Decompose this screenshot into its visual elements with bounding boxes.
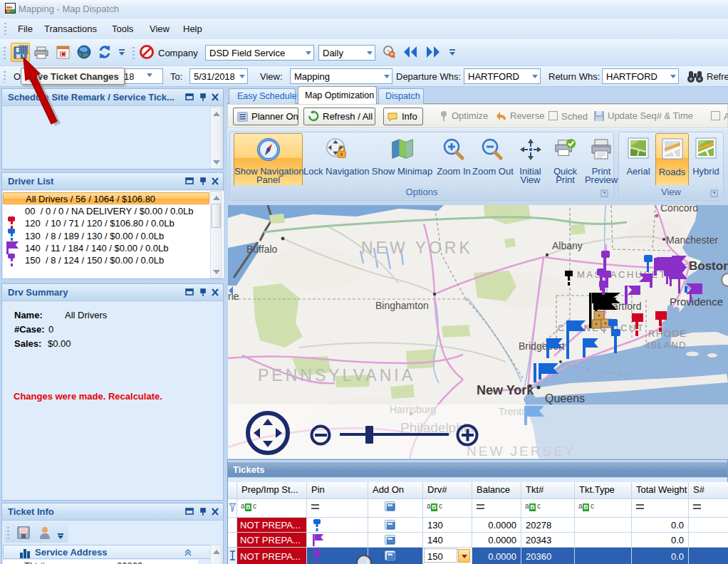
svg-text:Providence: Providence <box>670 296 723 308</box>
svg-text:ISLAND: ISLAND <box>647 340 687 350</box>
svg-text:Manchester: Manchester <box>666 234 718 246</box>
svg-text:NEW YORK: NEW YORK <box>361 239 473 257</box>
svg-text:Concord: Concord <box>660 205 698 214</box>
svg-text:RHODE: RHODE <box>648 328 687 339</box>
svg-text:Boston: Boston <box>689 259 728 273</box>
svg-text:PENNSYLVANIA: PENNSYLVANIA <box>258 366 415 385</box>
svg-text:Albany: Albany <box>552 240 583 251</box>
svg-text:Queens: Queens <box>545 392 585 404</box>
svg-text:New York: New York <box>477 383 534 397</box>
svg-text:Buffalo: Buffalo <box>246 244 278 255</box>
svg-text:Binghamton: Binghamton <box>375 300 429 311</box>
